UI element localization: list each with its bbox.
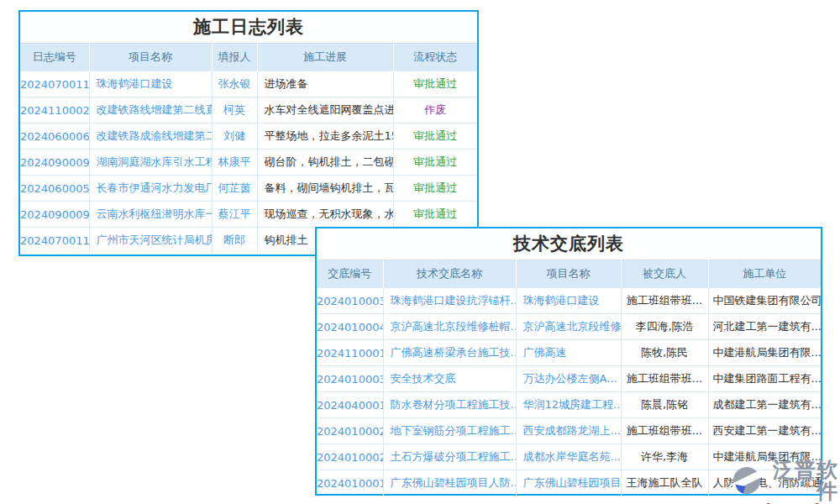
disclosure-project-link[interactable]: 万达办公楼左侧A... <box>516 366 621 392</box>
disclosure-project-link[interactable]: 广佛高速 <box>516 340 621 366</box>
log-reporter-link[interactable]: 何芷茵 <box>212 176 257 202</box>
disclosure-persons-text: 陈晨,陈铭 <box>621 392 708 418</box>
technical-disclosure-title: 技术交底列表 <box>317 228 821 260</box>
disclosure-name-link[interactable]: 土石方爆破分项工程施工... <box>383 444 516 470</box>
log-progress-text: 进场准备 <box>257 71 393 97</box>
log-project-link[interactable]: 广州市天河区统计局机房... <box>89 228 212 254</box>
disclosure-project-link[interactable]: 珠海鹤港口建设 <box>516 288 621 314</box>
disclosure-persons-text: 陈牧,陈民 <box>621 340 708 366</box>
log-id-link[interactable]: 2024090009 <box>20 202 89 228</box>
log-status-badge: 审批通过 <box>393 71 477 97</box>
log-id-link[interactable]: 2024110002 <box>20 97 89 123</box>
log-reporter-link[interactable]: 断郎 <box>212 228 257 254</box>
disclosure-id-link[interactable]: 2024010003 <box>317 288 383 314</box>
log-col-reporter: 填报人 <box>212 44 257 71</box>
log-project-link[interactable]: 湖南洞庭湖水库引水工程... <box>89 150 212 176</box>
log-reporter-link[interactable]: 刘健 <box>212 123 257 150</box>
log-status-badge: 审批通过 <box>393 150 477 176</box>
log-id-link[interactable]: 2024090009 <box>20 150 89 176</box>
log-col-status: 流程状态 <box>393 44 477 71</box>
fanpu-watermark: 泛普软件 www.fanpusoft.com <box>732 459 838 504</box>
log-reporter-link[interactable]: 蔡江平 <box>212 202 257 228</box>
log-status-badge: 审批通过 <box>393 202 477 228</box>
log-id-link[interactable]: 2024070011 <box>20 228 89 254</box>
fanpu-brand-text: 泛普软件 <box>763 459 838 501</box>
log-col-progress: 施工进展 <box>257 44 393 71</box>
disclosure-project-link[interactable]: 京沪高速北京段维修 <box>516 314 621 340</box>
log-reporter-link[interactable]: 张永银 <box>212 71 257 97</box>
disclosure-row: 2024010004 京沪高速北京段维修桩帽... 京沪高速北京段维修 李四海,… <box>317 314 821 340</box>
log-reporter-link[interactable]: 林康平 <box>212 150 257 176</box>
log-col-id: 日志编号 <box>20 44 89 71</box>
disclosure-row: 2024010003 安全技术交底 万达办公楼左侧A... 施工班组带班... … <box>317 366 821 392</box>
log-progress-text: 现场巡查，无积水现象，水... <box>257 202 393 228</box>
disclosure-name-link[interactable]: 京沪高速北京段维修桩帽... <box>383 314 516 340</box>
log-row: 2024070011 珠海鹤港口建设 张永银 进场准备 审批通过 <box>20 71 477 97</box>
disclosure-unit-text: 成都建工第一建筑有... <box>708 392 821 418</box>
disclosure-unit-text: 中建集团路面工程有... <box>708 366 821 392</box>
disclosure-persons-text: 李四海,陈浩 <box>621 314 708 340</box>
disclosure-persons-text: 王海施工队全队 <box>621 470 708 496</box>
disclosure-name-link[interactable]: 防水卷材分项工程施工技... <box>383 392 516 418</box>
disclosure-header-row: 交底编号 技术交底名称 项目名称 被交底人 施工单位 <box>317 260 821 288</box>
disclosure-project-link[interactable]: 成都水岸华庭名苑... <box>516 444 621 470</box>
disclosure-row: 2024010003 珠海鹤港口建设抗浮锚杆... 珠海鹤港口建设 施工班组带班… <box>317 288 821 314</box>
log-reporter-link[interactable]: 柯英 <box>212 97 257 123</box>
disclosure-name-link[interactable]: 珠海鹤港口建设抗浮锚杆... <box>383 288 516 314</box>
disclosure-name-link[interactable]: 安全技术交底 <box>383 366 516 392</box>
log-project-link[interactable]: 云南水利枢纽潜明水库一... <box>89 202 212 228</box>
log-status-badge: 审批通过 <box>393 123 477 150</box>
disclosure-id-link[interactable]: 2024010004 <box>317 314 383 340</box>
log-id-link[interactable]: 2024060006 <box>20 123 89 150</box>
construction-log-panel: 施工日志列表 日志编号 项目名称 填报人 施工进展 流程状态 202407001… <box>18 10 479 256</box>
log-project-link[interactable]: 长春市伊通河水力发电厂... <box>89 176 212 202</box>
log-id-link[interactable]: 2024070011 <box>20 71 89 97</box>
log-project-link[interactable]: 改建铁路成渝线增建第二... <box>89 123 212 150</box>
disclosure-persons-text: 许华,李海 <box>621 444 708 470</box>
log-status-badge: 作废 <box>393 97 477 123</box>
disclosure-name-link[interactable]: 广佛高速桥梁承台施工技... <box>383 340 516 366</box>
log-progress-text: 水车对全线遮阳网覆盖点进... <box>257 97 393 123</box>
disclosure-col-name: 技术交底名称 <box>383 260 516 288</box>
disclosure-persons-text: 施工班组带班... <box>621 366 708 392</box>
log-row: 2024090009 云南水利枢纽潜明水库一... 蔡江平 现场巡查，无积水现象… <box>20 202 477 228</box>
disclosure-persons-text: 施工班组带班... <box>621 288 708 314</box>
disclosure-id-link[interactable]: 2024040001 <box>317 392 383 418</box>
disclosure-col-persons: 被交底人 <box>621 260 708 288</box>
construction-log-title: 施工日志列表 <box>20 12 477 43</box>
disclosure-project-link[interactable]: 西安成都路龙湖上... <box>516 418 621 444</box>
log-project-link[interactable]: 改建铁路线增建第二线直... <box>89 97 212 123</box>
log-status-badge: 审批通过 <box>393 176 477 202</box>
log-progress-text: 砌台阶，钩机排土，二包砌... <box>257 150 393 176</box>
disclosure-unit-text: 河北建工第一建筑有... <box>708 314 821 340</box>
disclosure-id-link[interactable]: 2024010002 <box>317 444 383 470</box>
disclosure-row: 2024040001 防水卷材分项工程施工技... 华润12城房建工程... 陈… <box>317 392 821 418</box>
log-id-link[interactable]: 2024060005 <box>20 176 89 202</box>
disclosure-unit-text: 中建港航局集团有限... <box>708 340 821 366</box>
disclosure-id-link[interactable]: 2024010003 <box>317 366 383 392</box>
disclosure-name-link[interactable]: 地下室钢筋分项工程施工... <box>383 418 516 444</box>
disclosure-col-id: 交底编号 <box>317 260 383 288</box>
log-project-link[interactable]: 珠海鹤港口建设 <box>89 71 212 97</box>
disclosure-unit-text: 西安建工第一建筑有... <box>708 418 821 444</box>
log-col-project: 项目名称 <box>89 44 212 71</box>
construction-log-table: 日志编号 项目名称 填报人 施工进展 流程状态 2024070011 珠海鹤港口… <box>20 43 477 254</box>
disclosure-row: 2024110001 广佛高速桥梁承台施工技... 广佛高速 陈牧,陈民 中建港… <box>317 340 821 366</box>
log-progress-text: 平整场地，拉走多余泥土15... <box>257 123 393 150</box>
disclosure-project-link[interactable]: 华润12城房建工程... <box>516 392 621 418</box>
disclosure-col-project: 项目名称 <box>516 260 621 288</box>
log-progress-text: 备料，砌间墙钩机排土，瓦... <box>257 176 393 202</box>
disclosure-project-link[interactable]: 广东佛山碧桂园项目 <box>516 470 621 496</box>
disclosure-col-unit: 施工单位 <box>708 260 821 288</box>
disclosure-id-link[interactable]: 2024110001 <box>317 340 383 366</box>
log-row: 2024060006 改建铁路成渝线增建第二... 刘健 平整场地，拉走多余泥土… <box>20 123 477 150</box>
log-header-row: 日志编号 项目名称 填报人 施工进展 流程状态 <box>20 44 477 71</box>
log-row: 2024090009 湖南洞庭湖水库引水工程... 林康平 砌台阶，钩机排土，二… <box>20 150 477 176</box>
fanpu-logo-icon <box>732 466 761 495</box>
disclosure-id-link[interactable]: 2024010002 <box>317 418 383 444</box>
disclosure-unit-text: 中国铁建集团有限公司 <box>708 288 821 314</box>
disclosure-persons-text: 施工班组带班... <box>621 418 708 444</box>
disclosure-id-link[interactable]: 2024010001 <box>317 470 383 496</box>
log-row: 2024110002 改建铁路线增建第二线直... 柯英 水车对全线遮阳网覆盖点… <box>20 97 477 123</box>
disclosure-name-link[interactable]: 广东佛山碧桂园项目人防... <box>383 470 516 496</box>
